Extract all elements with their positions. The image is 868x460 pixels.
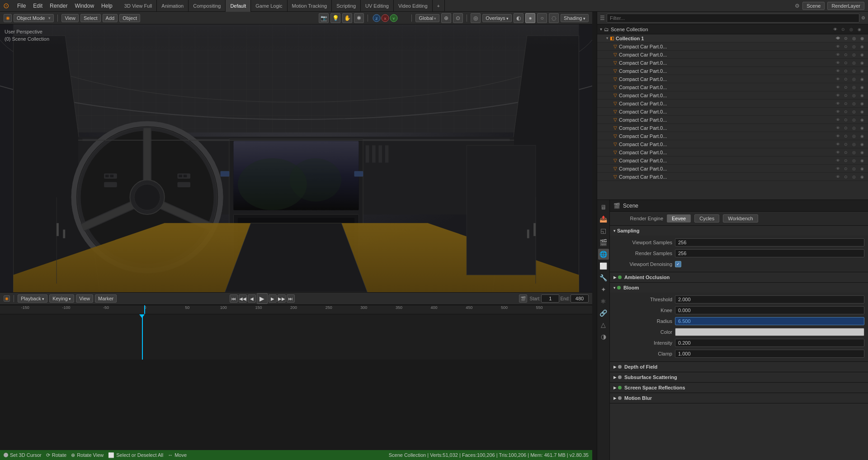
render-icon-c1[interactable]: ◎ (851, 36, 857, 41)
prop-icon-view-layer[interactable]: ◱ (598, 225, 609, 236)
eye-icon-9[interactable]: 👁 (835, 118, 841, 122)
eye-icon-2[interactable]: 👁 (835, 61, 841, 65)
eye-icon-5[interactable]: 👁 (835, 85, 841, 90)
sss-header[interactable]: ▶ Subsurface Scattering (610, 372, 868, 382)
ri-12[interactable]: ◎ (851, 142, 857, 147)
menu-window[interactable]: Window (71, 0, 98, 12)
eye-icon-13[interactable]: 👁 (835, 150, 841, 155)
viewport-camera-icon[interactable]: 📷 (319, 13, 329, 23)
color-swatch[interactable] (675, 328, 864, 336)
prop-icon-material[interactable]: ◑ (598, 331, 609, 342)
menu-render[interactable]: Render (46, 0, 71, 12)
ci-7[interactable]: ⊙ (843, 101, 849, 106)
vi-13[interactable]: ◉ (859, 150, 865, 155)
ri-6[interactable]: ◎ (851, 93, 857, 98)
outliner-item-13[interactable]: ▽ Compact Car Part.0... 👁⊙◎◉ (597, 148, 868, 156)
cursor-icon-collection[interactable]: ⊙ (840, 27, 846, 32)
outliner-item-4[interactable]: ▽ Compact Car Part.0... 👁⊙◎◉ (597, 75, 868, 83)
keying-dropdown[interactable]: Keying (49, 294, 74, 303)
vi-10[interactable]: ◉ (859, 126, 865, 130)
viewport-denoising-checkbox[interactable]: ✓ (675, 261, 681, 267)
tab-3d-view-full[interactable]: 3D View Full (120, 0, 157, 12)
outliner-item-10[interactable]: ▽ Compact Car Part.0... 👁⊙◎◉ (597, 124, 868, 132)
mb-enabled-dot[interactable] (618, 396, 622, 400)
cursor-icon-c1[interactable]: ⊙ (843, 36, 849, 41)
dof-enabled-dot[interactable] (618, 365, 622, 369)
blender-logo[interactable]: ⊙ (0, 0, 12, 12)
eye-icon-15[interactable]: 👁 (835, 166, 841, 171)
view-menu[interactable]: View (61, 14, 79, 22)
object-mode-dropdown[interactable]: Object Mode▾ (14, 14, 54, 22)
collection-expand-icon[interactable]: ▾ (600, 27, 602, 32)
proportional-icon[interactable]: ⊙ (453, 13, 463, 23)
threshold-value[interactable]: 2.000 (675, 295, 864, 304)
sampling-header[interactable]: ▾ Sampling (610, 226, 868, 236)
viewport-shading2[interactable]: ● (525, 13, 535, 23)
tab-video-editing[interactable]: Video Editing (394, 0, 433, 12)
ci-12[interactable]: ⊙ (843, 142, 849, 147)
ci-5[interactable]: ⊙ (843, 85, 849, 90)
vi-9[interactable]: ◉ (859, 118, 865, 122)
menu-edit[interactable]: Edit (29, 0, 46, 12)
ci-10[interactable]: ⊙ (843, 126, 849, 130)
outliner-item-14[interactable]: ▽ Compact Car Part.0... 👁⊙◎◉ (597, 156, 868, 165)
vi-16[interactable]: ◉ (859, 175, 865, 179)
end-frame-input[interactable] (571, 294, 589, 303)
ri-15[interactable]: ◎ (851, 166, 857, 171)
outliner-item-6[interactable]: ▽ Compact Car Part.0... 👁⊙◎◉ (597, 91, 868, 100)
outliner-search[interactable] (607, 14, 859, 23)
prev-keyframe-btn[interactable]: ◀◀ (239, 294, 247, 303)
viewport-mode-icon[interactable]: ◉ (4, 14, 12, 22)
play-btn[interactable]: ▶ (257, 293, 268, 304)
prop-icon-scene[interactable]: 🎬 (598, 237, 609, 248)
object-menu[interactable]: Object (119, 14, 140, 22)
ri-13[interactable]: ◎ (851, 150, 857, 155)
ci-4[interactable]: ⊙ (843, 77, 849, 81)
render-layer-selector[interactable]: RenderLayer (827, 2, 864, 10)
eye-icon-c1[interactable]: 👁 (835, 36, 841, 41)
viewport-hand-icon[interactable]: ✋ (342, 13, 352, 23)
vi-8[interactable]: ◉ (859, 109, 865, 114)
tab-animation[interactable]: Animation (157, 0, 189, 12)
bloom-header[interactable]: ▾ Bloom (610, 283, 868, 293)
prop-icon-world[interactable]: 🌐 (598, 249, 609, 260)
eye-icon-3[interactable]: 👁 (835, 69, 841, 73)
add-menu[interactable]: Add (103, 14, 118, 22)
prop-icon-data[interactable]: △ (598, 319, 609, 330)
ci-1[interactable]: ⊙ (843, 52, 849, 57)
prop-icon-render[interactable]: 🖥 (598, 202, 609, 213)
jump-start-btn[interactable]: ⏮ (230, 294, 238, 303)
global-dropdown[interactable]: Global▾ (415, 14, 439, 22)
viewport-icon-btn[interactable]: ◉ (4, 295, 10, 302)
ri-4[interactable]: ◎ (851, 77, 857, 81)
motion-blur-header[interactable]: ▶ Motion Blur (610, 393, 868, 403)
outliner-item-11[interactable]: ▽ Compact Car Part.0... 👁⊙◎◉ (597, 132, 868, 140)
vi-12[interactable]: ◉ (859, 142, 865, 147)
tab-motion-tracking[interactable]: Motion Tracking (288, 0, 332, 12)
menu-help[interactable]: Help (98, 0, 116, 12)
viewport-light-icon[interactable]: 💡 (330, 13, 340, 23)
jump-end-btn[interactable]: ⏭ (287, 294, 295, 303)
marker-btn[interactable]: Marker (95, 294, 117, 303)
tab-uv-editing[interactable]: UV Editing (361, 0, 394, 12)
vi-6[interactable]: ◉ (859, 93, 865, 98)
vi-4[interactable]: ◉ (859, 77, 865, 81)
prop-icon-particles[interactable]: ✦ (598, 284, 609, 295)
viewport-icon-0[interactable]: ◉ (859, 44, 865, 49)
knee-value[interactable]: 0.000 (675, 306, 864, 314)
eye-icon-4[interactable]: 👁 (835, 77, 841, 81)
ci-9[interactable]: ⊙ (843, 118, 849, 122)
prop-icon-physics[interactable]: ⚛ (598, 296, 609, 307)
eye-icon-14[interactable]: 👁 (835, 158, 841, 163)
prop-icon-object[interactable]: ⬜ (598, 261, 609, 271)
ci-11[interactable]: ⊙ (843, 134, 849, 138)
ri-1[interactable]: ◎ (851, 52, 857, 57)
prev-frame-btn[interactable]: ◀ (248, 294, 256, 303)
ssr-header[interactable]: ▶ Screen Space Reflections (610, 383, 868, 393)
ambient-occlusion-header[interactable]: ▶ Ambient Occlusion (610, 272, 868, 282)
ri-11[interactable]: ◎ (851, 134, 857, 138)
outliner-item-2[interactable]: ▽ Compact Car Part.0... 👁⊙◎◉ (597, 59, 868, 67)
eye-icon-11[interactable]: 👁 (835, 134, 841, 138)
timeline-content[interactable] (0, 314, 592, 360)
vi-3[interactable]: ◉ (859, 69, 865, 73)
